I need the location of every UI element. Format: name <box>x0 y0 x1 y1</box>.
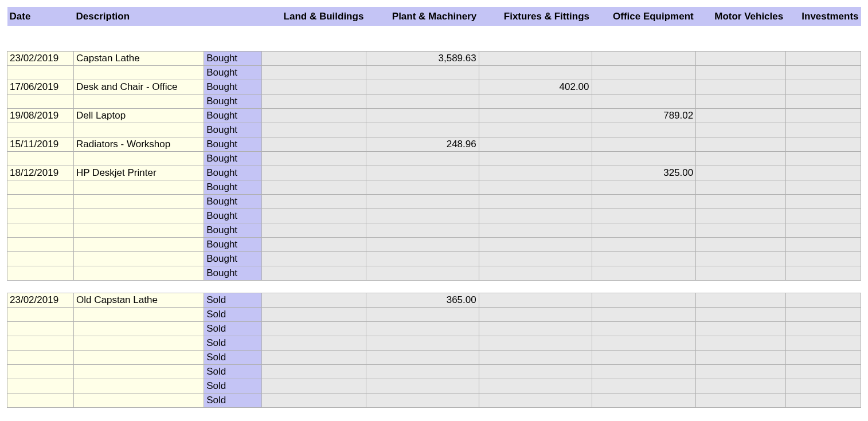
cell-description[interactable] <box>74 151 204 166</box>
cell-motor[interactable] <box>696 51 785 65</box>
cell-fixtures[interactable] <box>479 364 592 379</box>
cell-office[interactable] <box>592 65 696 80</box>
cell-office[interactable] <box>592 51 696 65</box>
cell-motor[interactable] <box>696 123 785 137</box>
cell-land[interactable] <box>262 223 366 237</box>
cell-description[interactable] <box>74 393 204 407</box>
cell-land[interactable] <box>262 393 366 407</box>
cell-fixtures[interactable] <box>479 108 592 123</box>
cell-date[interactable] <box>7 180 74 194</box>
cell-description[interactable] <box>74 336 204 350</box>
cell-fixtures[interactable]: 402.00 <box>479 80 592 94</box>
cell-date[interactable]: 17/06/2019 <box>7 80 74 94</box>
cell-plant[interactable]: 248.96 <box>366 137 479 151</box>
cell-office[interactable] <box>592 393 696 407</box>
cell-land[interactable] <box>262 123 366 137</box>
cell-date[interactable] <box>7 237 74 251</box>
cell-fixtures[interactable] <box>479 151 592 166</box>
cell-motor[interactable] <box>696 223 785 237</box>
cell-motor[interactable] <box>696 108 785 123</box>
cell-land[interactable] <box>262 137 366 151</box>
cell-description[interactable]: Desk and Chair - Office <box>74 80 204 94</box>
cell-land[interactable] <box>262 180 366 194</box>
cell-motor[interactable] <box>696 336 785 350</box>
cell-invest[interactable] <box>785 393 861 407</box>
cell-date[interactable] <box>7 379 74 393</box>
cell-land[interactable] <box>262 65 366 80</box>
cell-plant[interactable] <box>366 208 479 223</box>
cell-motor[interactable] <box>696 293 785 307</box>
cell-fixtures[interactable] <box>479 137 592 151</box>
cell-land[interactable] <box>262 94 366 108</box>
cell-description[interactable] <box>74 94 204 108</box>
cell-date[interactable] <box>7 321 74 336</box>
cell-plant[interactable] <box>366 251 479 266</box>
cell-description[interactable] <box>74 123 204 137</box>
cell-plant[interactable] <box>366 379 479 393</box>
cell-plant[interactable] <box>366 94 479 108</box>
cell-land[interactable] <box>262 266 366 280</box>
cell-office[interactable] <box>592 123 696 137</box>
cell-motor[interactable] <box>696 364 785 379</box>
cell-date[interactable]: 18/12/2019 <box>7 166 74 180</box>
cell-date[interactable] <box>7 65 74 80</box>
cell-invest[interactable] <box>785 208 861 223</box>
cell-invest[interactable] <box>785 350 861 364</box>
cell-description[interactable] <box>74 251 204 266</box>
cell-invest[interactable] <box>785 293 861 307</box>
cell-office[interactable] <box>592 137 696 151</box>
cell-land[interactable] <box>262 307 366 321</box>
cell-office[interactable] <box>592 194 696 208</box>
cell-fixtures[interactable] <box>479 65 592 80</box>
cell-plant[interactable] <box>366 180 479 194</box>
cell-land[interactable] <box>262 166 366 180</box>
cell-description[interactable] <box>74 208 204 223</box>
cell-date[interactable] <box>7 266 74 280</box>
cell-invest[interactable] <box>785 108 861 123</box>
cell-motor[interactable] <box>696 94 785 108</box>
cell-plant[interactable] <box>366 194 479 208</box>
cell-land[interactable] <box>262 364 366 379</box>
cell-plant[interactable] <box>366 393 479 407</box>
cell-land[interactable] <box>262 151 366 166</box>
cell-plant[interactable] <box>366 307 479 321</box>
cell-description[interactable] <box>74 194 204 208</box>
cell-land[interactable] <box>262 321 366 336</box>
cell-motor[interactable] <box>696 194 785 208</box>
cell-plant[interactable] <box>366 123 479 137</box>
cell-description[interactable] <box>74 266 204 280</box>
cell-fixtures[interactable] <box>479 51 592 65</box>
cell-fixtures[interactable] <box>479 194 592 208</box>
cell-fixtures[interactable] <box>479 166 592 180</box>
cell-invest[interactable] <box>785 80 861 94</box>
cell-date[interactable] <box>7 208 74 223</box>
cell-motor[interactable] <box>696 237 785 251</box>
cell-invest[interactable] <box>785 180 861 194</box>
cell-fixtures[interactable] <box>479 223 592 237</box>
cell-invest[interactable] <box>785 51 861 65</box>
cell-date[interactable] <box>7 123 74 137</box>
cell-description[interactable] <box>74 321 204 336</box>
cell-office[interactable]: 325.00 <box>592 166 696 180</box>
cell-plant[interactable] <box>366 151 479 166</box>
cell-invest[interactable] <box>785 237 861 251</box>
cell-office[interactable] <box>592 266 696 280</box>
cell-fixtures[interactable] <box>479 208 592 223</box>
cell-description[interactable]: Radiators - Workshop <box>74 137 204 151</box>
cell-fixtures[interactable] <box>479 321 592 336</box>
cell-office[interactable] <box>592 364 696 379</box>
cell-land[interactable] <box>262 80 366 94</box>
cell-motor[interactable] <box>696 393 785 407</box>
cell-invest[interactable] <box>785 307 861 321</box>
cell-invest[interactable] <box>785 94 861 108</box>
cell-land[interactable] <box>262 194 366 208</box>
cell-motor[interactable] <box>696 251 785 266</box>
cell-land[interactable] <box>262 293 366 307</box>
cell-invest[interactable] <box>785 166 861 180</box>
cell-invest[interactable] <box>785 266 861 280</box>
cell-fixtures[interactable] <box>479 237 592 251</box>
cell-fixtures[interactable] <box>479 123 592 137</box>
cell-motor[interactable] <box>696 80 785 94</box>
cell-land[interactable] <box>262 108 366 123</box>
cell-fixtures[interactable] <box>479 379 592 393</box>
